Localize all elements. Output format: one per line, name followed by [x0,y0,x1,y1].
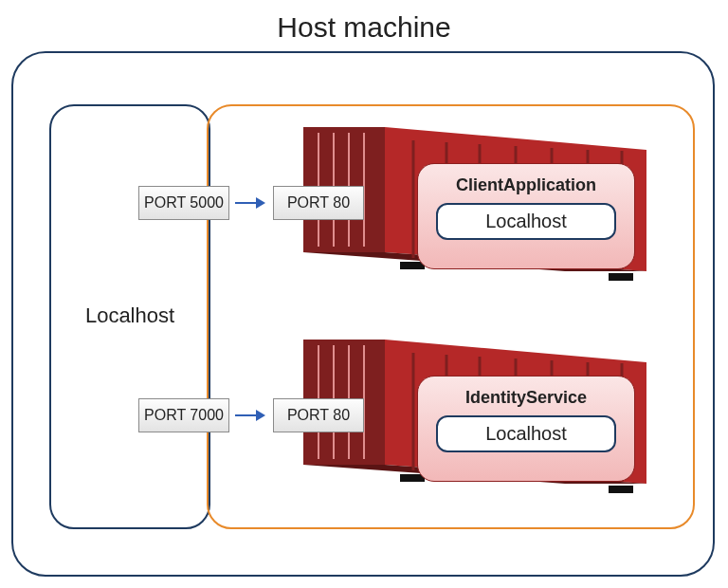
app-box-client-application: ClientApplication Localhost [417,163,635,269]
page-title: Host machine [0,11,728,44]
port-mapping-arrow-icon [235,196,267,210]
host-port-1: PORT 5000 [138,186,229,220]
host-localhost-label: Localhost [49,303,210,328]
host-port-2: PORT 7000 [138,398,229,432]
app-box-identity-service: IdentityService Localhost [417,376,635,482]
svg-rect-15 [609,273,633,281]
app-name-2: IdentityService [418,388,634,408]
svg-rect-31 [609,486,633,493]
app-localhost-1: Localhost [436,203,616,240]
port-mapping-arrow-icon [235,409,267,422]
container-port-2: PORT 80 [273,398,364,432]
container-port-1: PORT 80 [273,186,364,220]
app-localhost-2: Localhost [436,415,616,452]
app-name-1: ClientApplication [418,175,634,195]
